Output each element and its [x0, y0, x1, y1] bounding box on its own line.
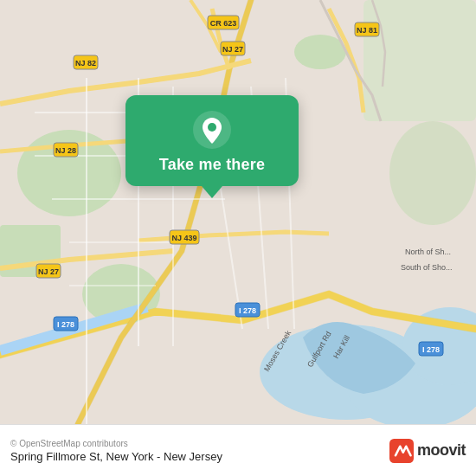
take-me-there-button[interactable]: Take me there: [159, 156, 265, 174]
svg-text:I 278: I 278: [422, 345, 440, 354]
svg-text:NJ 27: NJ 27: [222, 45, 243, 54]
svg-text:South of Sho...: South of Sho...: [401, 263, 453, 272]
svg-rect-5: [363, 0, 476, 121]
copyright-text: © OpenStreetMap contributors: [10, 439, 222, 448]
moovit-icon: [389, 439, 414, 463]
svg-point-4: [294, 35, 346, 69]
svg-text:NJ 28: NJ 28: [55, 146, 76, 155]
location-text: Spring Fillmore St, New York - New Jerse…: [10, 450, 222, 463]
bottom-bar: © OpenStreetMap contributors Spring Fill…: [0, 424, 476, 476]
svg-text:NJ 27: NJ 27: [38, 267, 59, 276]
svg-point-47: [208, 123, 216, 132]
location-pin-icon: [193, 111, 231, 149]
svg-text:NJ 439: NJ 439: [171, 234, 196, 242]
moovit-label: moovit: [417, 441, 466, 460]
popup-card: Take me there: [125, 95, 299, 186]
svg-text:CR 623: CR 623: [210, 19, 237, 28]
bottom-left: © OpenStreetMap contributors Spring Fill…: [10, 439, 222, 463]
svg-point-6: [389, 121, 476, 225]
svg-text:I 278: I 278: [57, 320, 74, 329]
svg-text:North of Sh...: North of Sh...: [405, 248, 451, 256]
map-svg: CR 623 NJ 82 NJ 27 NJ 81 NJ 28 NJ 439 NJ…: [0, 0, 476, 424]
map-container: CR 623 NJ 82 NJ 27 NJ 81 NJ 28 NJ 439 NJ…: [0, 0, 476, 424]
svg-text:NJ 81: NJ 81: [357, 26, 377, 35]
svg-text:NJ 82: NJ 82: [75, 59, 96, 68]
svg-text:I 278: I 278: [239, 306, 256, 315]
moovit-logo[interactable]: moovit: [389, 439, 466, 463]
